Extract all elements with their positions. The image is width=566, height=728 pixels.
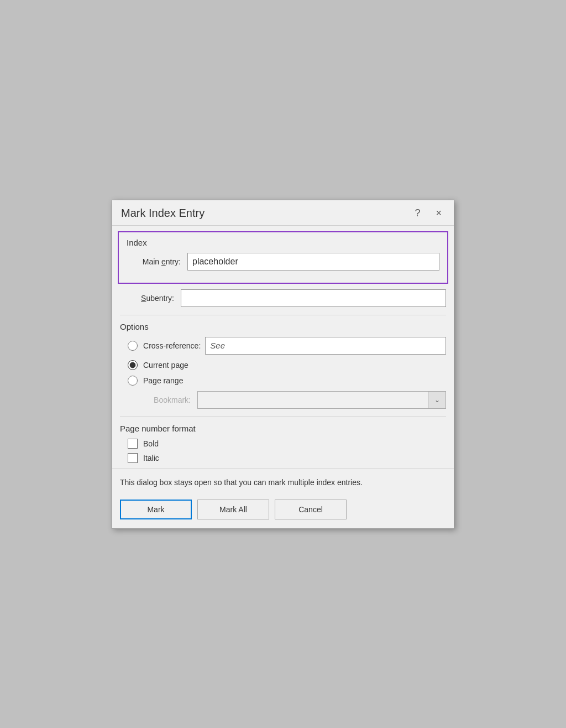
divider-1: [120, 315, 446, 315]
main-entry-input[interactable]: [187, 253, 439, 271]
dialog-body: Index Main entry: Subentry: Options: [112, 226, 454, 528]
subentry-label: Subentry:: [120, 294, 181, 303]
help-button[interactable]: ?: [411, 207, 423, 219]
cancel-button[interactable]: Cancel: [275, 500, 347, 519]
mark-underline: M: [147, 505, 154, 514]
page-number-format-label: Page number format: [120, 424, 446, 433]
button-row: Mark Mark All Cancel: [112, 494, 454, 528]
page-range-underline: n: [170, 376, 175, 385]
bookmark-select[interactable]: [198, 393, 428, 407]
page-range-row: Page range: [120, 376, 446, 386]
italic-label[interactable]: Italic: [143, 454, 159, 462]
index-section: Index Main entry:: [118, 231, 448, 284]
cross-reference-underline: C: [143, 341, 149, 350]
title-bar-right: ? ×: [411, 207, 445, 219]
index-section-label: Index: [127, 238, 439, 247]
mark-button-label: Mark: [147, 505, 164, 514]
bookmark-row: Bookmark: ⌄: [120, 391, 446, 409]
other-sections: Subentry: Options Cross-reference:: [112, 284, 454, 463]
main-entry-label: Main entry:: [127, 257, 187, 266]
main-entry-row: Main entry:: [127, 253, 439, 271]
bold-row: Bold: [120, 439, 446, 449]
italic-checkbox[interactable]: [128, 453, 138, 463]
current-page-underline: p: [171, 361, 176, 370]
bold-label[interactable]: Bold: [143, 439, 159, 448]
mark-index-entry-dialog: Mark Index Entry ? × Index Main entry: S…: [112, 200, 454, 529]
mark-all-button[interactable]: Mark All: [197, 500, 269, 519]
options-section-label: Options: [120, 322, 446, 331]
mark-all-underline: A: [238, 505, 243, 514]
page-number-format-section: Page number format Bold Italic: [120, 424, 446, 463]
current-page-label[interactable]: Current page: [143, 361, 188, 370]
dialog-title: Mark Index Entry: [121, 207, 205, 220]
main-entry-underline: e: [161, 257, 166, 266]
bold-checkbox[interactable]: [128, 439, 138, 449]
cross-reference-label[interactable]: Cross-reference:: [143, 341, 201, 350]
divider-2: [120, 417, 446, 417]
chevron-down-icon: ⌄: [434, 396, 440, 404]
subentry-row: Subentry:: [120, 289, 446, 307]
bookmark-label: Bookmark:: [148, 396, 197, 404]
mark-button[interactable]: Mark: [120, 500, 192, 519]
bold-underline: B: [143, 439, 148, 448]
subentry-input[interactable]: [181, 289, 446, 307]
current-page-radio[interactable]: [128, 360, 138, 370]
title-bar-left: Mark Index Entry: [121, 207, 205, 220]
close-button[interactable]: ×: [432, 207, 445, 219]
info-text: This dialog box stays open so that you c…: [112, 469, 454, 494]
italic-underline: I: [143, 454, 145, 462]
cross-reference-radio[interactable]: [128, 341, 138, 351]
bookmark-select-wrapper: ⌄: [197, 391, 446, 409]
options-section: Options Cross-reference: Current page: [120, 322, 446, 409]
page-range-radio[interactable]: [128, 376, 138, 386]
current-page-row: Current page: [120, 360, 446, 370]
italic-row: Italic: [120, 453, 446, 463]
bookmark-dropdown-button[interactable]: ⌄: [428, 392, 446, 408]
cross-reference-row: Cross-reference:: [120, 337, 446, 355]
title-bar: Mark Index Entry ? ×: [112, 200, 454, 226]
subentry-underline: S: [141, 294, 146, 303]
cross-reference-input[interactable]: [205, 337, 446, 355]
mark-all-button-label: Mark All: [219, 505, 247, 514]
page-range-label[interactable]: Page range: [143, 376, 183, 385]
